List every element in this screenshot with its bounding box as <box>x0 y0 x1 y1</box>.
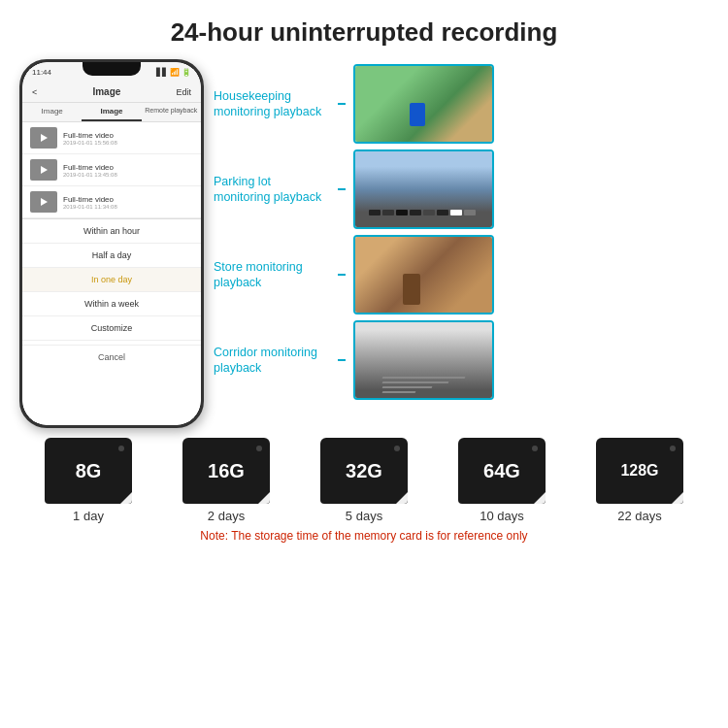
sd-notch-32g <box>394 446 400 451</box>
play-icon-3 <box>41 198 48 206</box>
sd-notch-8g <box>118 446 124 451</box>
phone-item-date-2: 2019-01-01 13:45:08 <box>63 172 117 178</box>
phone-item-text-2: Full-time video 2019-01-01 13:45:08 <box>63 163 117 178</box>
storage-card-32g: 32G 5 days <box>320 438 408 523</box>
monitoring-row-housekeeping: Housekeepingmonitoring playback <box>214 64 709 144</box>
phone-item-text-3: Full-time video 2019-01-01 11:34:08 <box>63 195 117 210</box>
phone-item-date-3: 2019-01-01 11:34:08 <box>63 204 117 210</box>
storage-section: 8G 1 day 16G 2 days 32G 5 days <box>0 428 728 543</box>
phone-cancel-button[interactable]: Cancel <box>22 345 201 369</box>
phone-container: 11:44 ▋▋ 📶 🔋 < Image Edit Image Image Re… <box>19 59 204 428</box>
sd-card-8g: 8G <box>45 438 132 504</box>
storage-day-128g: 22 days <box>617 509 662 523</box>
parking-label: Parking lotmonitoring playback <box>214 174 330 206</box>
sd-label-8g: 8G <box>76 460 102 482</box>
phone-screen: 11:44 ▋▋ 📶 🔋 < Image Edit Image Image Re… <box>22 62 201 425</box>
play-icon-2 <box>41 166 48 174</box>
storage-card-16g: 16G 2 days <box>182 438 270 523</box>
housekeeping-img-bg <box>355 66 492 142</box>
phone-item-title-3: Full-time video <box>63 195 117 204</box>
sd-label-16g: 16G <box>208 460 245 482</box>
page: 24-hour uninterrupted recording 11:44 ▋▋… <box>0 0 728 728</box>
phone-nav-bar: < Image Edit <box>22 82 201 103</box>
sd-notch-16g <box>256 446 262 451</box>
phone-item-title-2: Full-time video <box>63 163 117 172</box>
dropdown-item-1[interactable]: Within an hour <box>22 219 201 244</box>
connector-parking <box>338 188 346 190</box>
sd-card-128g: 128G <box>596 438 683 504</box>
phone-list-item-3: Full-time video 2019-01-01 11:34:08 <box>22 186 201 218</box>
monitoring-row-parking: Parking lotmonitoring playback <box>214 149 709 229</box>
note-text: Note: The storage time of the memory car… <box>19 529 709 543</box>
storage-day-64g: 10 days <box>480 509 524 523</box>
connector-corridor <box>338 359 346 361</box>
storage-card-8g: 8G 1 day <box>45 438 132 523</box>
phone-back[interactable]: < <box>32 87 37 97</box>
parking-image <box>353 149 494 229</box>
store-image <box>353 235 494 314</box>
phone-thumb-2 <box>30 159 57 181</box>
phone-mockup: 11:44 ▋▋ 📶 🔋 < Image Edit Image Image Re… <box>19 59 204 428</box>
sd-card-16g: 16G <box>182 438 270 504</box>
phone-list-item-1: Full-time video 2019-01-01 15:56:08 <box>22 122 201 154</box>
phone-time: 11:44 <box>32 68 51 77</box>
monitoring-row-corridor: Corridor monitoringplayback <box>214 320 709 400</box>
phone-nav-title: Image <box>92 86 120 97</box>
store-img-bg <box>355 237 492 313</box>
phone-tab-remote[interactable]: Remote playback <box>142 103 201 121</box>
dropdown-item-2[interactable]: Half a day <box>22 244 201 268</box>
phone-tabs: Image Image Remote playback <box>22 103 201 122</box>
storage-cards: 8G 1 day 16G 2 days 32G 5 days <box>19 438 709 523</box>
sd-notch-128g <box>670 446 676 451</box>
storage-day-8g: 1 day <box>73 509 104 523</box>
dropdown-item-5[interactable]: Customize <box>22 316 201 341</box>
storage-card-64g: 64G 10 days <box>458 438 546 523</box>
phone-item-title-1: Full-time video <box>63 131 117 140</box>
monitoring-row-store: Store monitoringplayback <box>214 235 709 314</box>
dropdown-item-3[interactable]: In one day <box>22 268 201 292</box>
storage-card-128g: 128G 22 days <box>596 438 683 523</box>
right-side: Housekeepingmonitoring playback Parking … <box>214 59 709 428</box>
phone-edit[interactable]: Edit <box>176 87 191 97</box>
play-icon-1 <box>41 134 48 142</box>
housekeeping-label: Housekeepingmonitoring playback <box>214 88 330 120</box>
storage-day-16g: 2 days <box>208 509 245 523</box>
sd-label-64g: 64G <box>483 460 520 482</box>
phone-dropdown: Within an hour Half a day In one day Wit… <box>22 218 201 425</box>
corridor-image <box>353 320 494 400</box>
phone-item-text-1: Full-time video 2019-01-01 15:56:08 <box>63 131 117 146</box>
sd-label-128g: 128G <box>620 462 658 480</box>
phone-icons: ▋▋ 📶 🔋 <box>156 68 191 77</box>
connector-housekeeping <box>338 103 346 105</box>
sd-label-32g: 32G <box>346 460 382 482</box>
phone-thumb-1 <box>30 127 57 149</box>
phone-tab-image2[interactable]: Image <box>82 103 141 121</box>
parking-img-bg <box>355 151 492 227</box>
dropdown-item-4[interactable]: Within a week <box>22 292 201 316</box>
connector-store <box>338 274 346 276</box>
main-content: 11:44 ▋▋ 📶 🔋 < Image Edit Image Image Re… <box>0 59 728 428</box>
store-label: Store monitoringplayback <box>214 259 330 291</box>
corridor-img-bg <box>355 322 492 398</box>
sd-card-64g: 64G <box>458 438 546 504</box>
storage-day-32g: 5 days <box>346 509 382 523</box>
housekeeping-image <box>353 64 494 144</box>
sd-notch-64g <box>532 446 538 451</box>
corridor-label: Corridor monitoringplayback <box>214 345 330 377</box>
phone-item-date-1: 2019-01-01 15:56:08 <box>63 140 117 146</box>
phone-tab-image[interactable]: Image <box>22 103 82 121</box>
phone-thumb-3 <box>30 191 57 213</box>
phone-list-item-2: Full-time video 2019-01-01 13:45:08 <box>22 154 201 186</box>
phone-notch <box>83 62 141 76</box>
sd-card-32g: 32G <box>320 438 408 504</box>
child-figure <box>410 103 425 126</box>
page-title: 24-hour uninterrupted recording <box>171 17 558 48</box>
